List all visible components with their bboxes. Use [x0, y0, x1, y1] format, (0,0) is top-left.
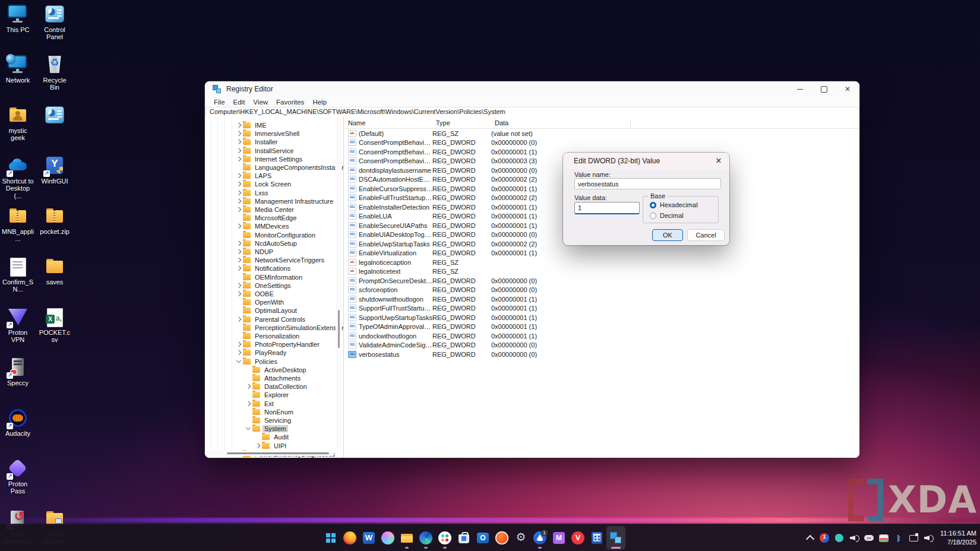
expander-closed-icon[interactable]	[236, 139, 242, 145]
tray-sound-output-icon[interactable]	[849, 533, 859, 543]
tree-item-audit[interactable]: Audit	[205, 433, 343, 441]
panel-splitter[interactable]	[343, 117, 344, 458]
dialog-close-icon[interactable]: ✕	[714, 156, 723, 166]
tree-item-policies[interactable]: Policies	[205, 357, 343, 366]
menu-file[interactable]: File	[210, 99, 229, 106]
expander-closed-icon[interactable]	[236, 291, 242, 297]
value-data-input[interactable]	[574, 202, 640, 214]
tray-bluetooth-icon[interactable]: ᛒ	[893, 533, 904, 543]
tree-item-ncdautosetup[interactable]: NcdAutoSetup	[205, 239, 343, 248]
tree-item-ndup[interactable]: NDUP	[205, 248, 343, 256]
tree-item-laps[interactable]: LAPS	[205, 172, 343, 180]
column-header-name[interactable]: Name	[344, 119, 437, 128]
tree-item-management-infrastructure[interactable]: Management Infrastructure	[205, 197, 343, 205]
taskbar-icon-mail[interactable]: M	[549, 526, 568, 550]
expander-open-icon[interactable]	[236, 359, 242, 365]
address-input[interactable]: Computer\HKEY_LOCAL_MACHINE\SOFTWARE\Mic…	[206, 107, 859, 118]
registry-value-row-legalnoticecaption[interactable]: ablegalnoticecaptionREG_SZ	[344, 258, 859, 267]
tree-item-servicing[interactable]: Servicing	[205, 416, 343, 425]
taskbar-icon-calculator[interactable]	[587, 526, 606, 550]
tree-item-perceptionsimulationextensions[interactable]: PerceptionSimulationExtensions	[205, 324, 343, 332]
expander-closed-icon[interactable]	[236, 148, 242, 154]
registry-value-row-legalnoticetext[interactable]: ablegalnoticetextREG_SZ	[344, 267, 859, 277]
expander-closed-icon[interactable]	[236, 341, 242, 347]
taskbar-icon-vivaldi[interactable]: V	[568, 526, 587, 550]
window-titlebar[interactable]: Registry Editor ✕	[205, 81, 859, 97]
expander-closed-icon[interactable]	[236, 181, 242, 187]
tray-notification-badge-app-icon[interactable]: 1	[819, 533, 830, 543]
expander-closed-icon[interactable]	[236, 316, 242, 322]
tree-item-installservice[interactable]: InstallService	[205, 147, 343, 155]
desktop-icon-saves[interactable]: saves	[38, 256, 71, 286]
taskbar-clock[interactable]: 11:16:51 AM 7/18/2025	[940, 529, 976, 547]
desktop-icon-shortcut-to-desktop[interactable]: ↗Shortcut to Desktop (...	[1, 155, 34, 200]
registry-value-row-supportfulltruststartuptas[interactable]: 011SupportFullTrustStartupTas...REG_DWOR…	[344, 304, 859, 314]
tray-screenshot-app-icon[interactable]	[878, 533, 889, 543]
desktop-icon-this-pc[interactable]: This PC	[1, 4, 34, 33]
taskbar-icon-word[interactable]: W	[359, 526, 378, 550]
tree-item-photopropertyhandler[interactable]: PhotoPropertyHandler	[205, 340, 343, 349]
menu-edit[interactable]: Edit	[229, 99, 249, 106]
expander-closed-icon[interactable]	[236, 350, 242, 356]
registry-value-row-default[interactable]: ab(Default)REG_SZ(value not set)	[344, 129, 859, 138]
taskbar-icon-outlook[interactable]: O	[473, 526, 492, 550]
decimal-radio[interactable]: Decimal	[650, 212, 684, 219]
tree-vertical-scrollbar-thumb[interactable]	[338, 310, 340, 348]
desktop-icon-proton-vpn[interactable]: ↗Proton VPN	[1, 306, 34, 344]
tree-item-uipi[interactable]: UIPI	[205, 442, 343, 450]
taskbar-icon-slack[interactable]	[435, 526, 454, 550]
expander-closed-icon[interactable]	[236, 122, 242, 128]
taskbar-icon-start[interactable]	[321, 526, 340, 550]
tree-item-system[interactable]: System	[205, 425, 343, 433]
taskbar-icon-notifications-app[interactable]: 1	[530, 526, 549, 550]
expander-closed-icon[interactable]	[236, 265, 242, 271]
tree-item-personalization[interactable]: Personalization	[205, 332, 343, 340]
tree-item-attachments[interactable]: Attachments	[205, 374, 343, 382]
tree-item-installer[interactable]: Installer	[205, 138, 343, 146]
desktop-icon-speccy[interactable]: ↗Speccy	[1, 357, 34, 387]
expander-closed-icon[interactable]	[236, 190, 242, 196]
taskbar-icon-registry-editor[interactable]	[606, 526, 625, 550]
desktop-icon-winfrgui[interactable]: Y↗WinfrGUI	[38, 155, 71, 185]
tree-item-mmdevices[interactable]: MMDevices	[205, 222, 343, 230]
tree-horizontal-scrollbar-thumb[interactable]	[227, 452, 329, 454]
tree-item-languagecomponentsinstaller[interactable]: LanguageComponentsInstaller	[205, 163, 343, 172]
radio-unselected-icon[interactable]	[650, 213, 656, 219]
expander-closed-icon[interactable]	[245, 401, 251, 407]
tree-horizontal-scrollbar[interactable]	[206, 451, 334, 456]
ok-button[interactable]: OK	[652, 229, 683, 241]
registry-value-row-validateadmincodesignat[interactable]: 011ValidateAdminCodeSignat...REG_DWORD0x…	[344, 341, 859, 350]
registry-value-row-scforceoption[interactable]: 011scforceoptionREG_DWORD0x00000000 (0)	[344, 286, 859, 295]
tree-item-oobe[interactable]: OOBE	[205, 290, 343, 298]
registry-value-row-consentpromptbehaviora[interactable]: 011ConsentPromptBehaviorA...REG_DWORD0x0…	[344, 138, 859, 148]
tree-item-microsoftedge[interactable]: MicrosoftEdge	[205, 214, 343, 222]
maximize-button[interactable]	[812, 81, 836, 97]
expander-closed-icon[interactable]	[236, 207, 242, 213]
taskbar-icon-edge[interactable]	[416, 526, 435, 550]
close-button[interactable]: ✕	[836, 81, 859, 97]
tree-vertical-scrollbar[interactable]	[336, 118, 342, 449]
desktop-icon-proton-pass[interactable]: ↗Proton Pass	[1, 458, 34, 495]
tree-item-explorer[interactable]: Explorer	[205, 391, 343, 399]
tree-item-playready[interactable]: PlayReady	[205, 349, 343, 357]
menu-help[interactable]: Help	[308, 99, 331, 106]
tree-item-notifications[interactable]: Notifications	[205, 264, 343, 273]
tree-item-internet-settings[interactable]: Internet Settings	[205, 155, 343, 163]
tree-item-openwith[interactable]: OpenWith	[205, 298, 343, 306]
desktop-icon-mystic-geek[interactable]: mystic geek	[1, 104, 34, 142]
taskbar-icon-firefox[interactable]	[340, 526, 359, 550]
taskbar-icon-file-explorer[interactable]	[397, 526, 416, 550]
expander-closed-icon[interactable]	[236, 249, 242, 255]
menu-favorites[interactable]: Favorites	[272, 99, 308, 106]
tree-item-optimallayout[interactable]: OptimalLayout	[205, 306, 343, 315]
desktop-icon-pocket-zip[interactable]: pocket.zip	[38, 205, 71, 235]
expander-closed-icon[interactable]	[255, 443, 261, 449]
value-name-field[interactable]	[574, 178, 721, 189]
hexadecimal-radio[interactable]: Hexadecimal	[650, 201, 698, 208]
tree-item-lock-screen[interactable]: Lock Screen	[205, 180, 343, 188]
tree-item-activedesktop[interactable]: ActiveDesktop	[205, 366, 343, 374]
dialog-titlebar[interactable]: Edit DWORD (32-bit) Value	[563, 153, 729, 169]
radio-selected-icon[interactable]	[650, 202, 656, 208]
tree-item-datacollection[interactable]: DataCollection	[205, 382, 343, 391]
column-header-type[interactable]: Type	[432, 119, 495, 128]
